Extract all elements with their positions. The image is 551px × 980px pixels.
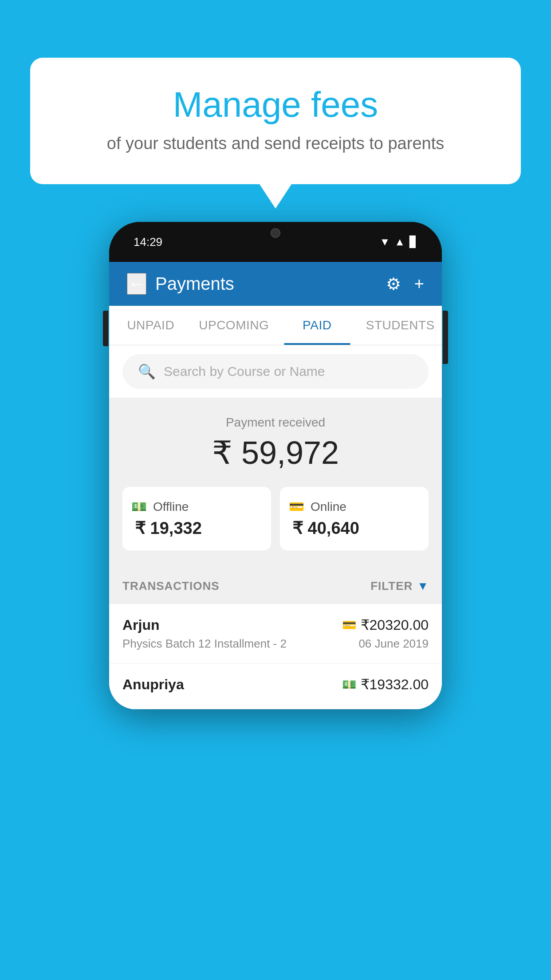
online-payment-card: 💳 Online ₹ 40,640: [280, 487, 429, 550]
transaction-amount-row-2: 💵 ₹19332.00: [342, 676, 429, 693]
tab-paid[interactable]: PAID: [276, 306, 359, 345]
payment-summary: Payment received ₹ 59,972 💵 Offline ₹ 19…: [109, 398, 442, 568]
student-name: Arjun: [122, 617, 160, 633]
header-title: Payments: [155, 274, 234, 294]
status-icons: ▼ ▲ ▊: [379, 236, 417, 248]
back-button[interactable]: ←: [127, 273, 146, 295]
transactions-header: TRANSACTIONS FILTER ▼: [109, 568, 442, 604]
phone-screen: ← Payments ⚙ + UNPAID UPCOMING PAID STUD…: [109, 262, 442, 709]
header-left: ← Payments: [127, 273, 234, 295]
transaction-row-top: Arjun 💳 ₹20320.00: [122, 616, 429, 633]
phone-side-btn-right: [443, 311, 448, 364]
phone-camera: [271, 228, 280, 238]
filter-icon: ▼: [417, 579, 429, 593]
course-info: Physics Batch 12 Installment - 2 06 June…: [122, 637, 429, 651]
status-time: 14:29: [134, 235, 162, 249]
transaction-row[interactable]: Arjun 💳 ₹20320.00 Physics Batch 12 Insta…: [109, 604, 442, 664]
transaction-date: 06 June 2019: [358, 637, 429, 651]
search-container: 🔍 Search by Course or Name: [109, 345, 442, 398]
transaction-row[interactable]: Anupriya 💵 ₹19332.00: [109, 664, 442, 709]
phone-notch: [240, 222, 311, 244]
speech-bubble-heading: Manage fees: [66, 84, 485, 125]
filter-label: FILTER: [370, 579, 413, 593]
status-bar: 14:29 ▼ ▲ ▊: [109, 222, 442, 262]
tabs-container: UNPAID UPCOMING PAID STUDENTS: [109, 306, 442, 345]
transactions-label: TRANSACTIONS: [122, 579, 220, 593]
payment-amount: ₹ 59,972: [122, 434, 429, 471]
online-payment-icon: 💳: [289, 499, 304, 514]
offline-amount: ₹ 19,332: [131, 518, 202, 538]
offline-payment-card: 💵 Offline ₹ 19,332: [122, 487, 271, 550]
search-placeholder-text: Search by Course or Name: [164, 364, 325, 379]
online-card-top: 💳 Online: [289, 499, 346, 514]
transaction-amount-row: 💳 ₹20320.00: [342, 616, 429, 633]
transaction-payment-icon-2: 💵: [342, 678, 356, 692]
add-button[interactable]: +: [414, 274, 424, 293]
search-bar[interactable]: 🔍 Search by Course or Name: [122, 354, 429, 389]
transaction-amount-2: ₹19332.00: [361, 676, 429, 693]
online-amount: ₹ 40,640: [289, 518, 359, 538]
signal-icon: ▲: [394, 236, 405, 248]
tab-students[interactable]: STUDENTS: [359, 306, 442, 345]
payment-received-label: Payment received: [122, 415, 429, 430]
transaction-payment-icon: 💳: [342, 618, 356, 632]
battery-icon: ▊: [409, 236, 417, 248]
transaction-row-top-2: Anupriya 💵 ₹19332.00: [122, 676, 429, 693]
tab-upcoming[interactable]: UPCOMING: [193, 306, 276, 345]
online-label: Online: [311, 500, 346, 514]
student-name-2: Anupriya: [122, 676, 184, 693]
app-header: ← Payments ⚙ +: [109, 262, 442, 306]
transaction-amount: ₹20320.00: [361, 616, 429, 633]
speech-bubble-subtitle: of your students and send receipts to pa…: [66, 134, 485, 153]
settings-button[interactable]: ⚙: [386, 274, 401, 294]
payment-cards: 💵 Offline ₹ 19,332 💳 Online ₹ 40,640: [122, 487, 429, 550]
phone-device: 14:29 ▼ ▲ ▊ ← Payments ⚙ + UNPAID: [109, 222, 442, 709]
offline-payment-icon: 💵: [131, 499, 147, 514]
phone-side-btn-left: [103, 311, 108, 346]
speech-bubble-container: Manage fees of your students and send re…: [30, 58, 521, 184]
course-name: Physics Batch 12 Installment - 2: [122, 637, 287, 651]
header-right: ⚙ +: [386, 274, 424, 294]
wifi-icon: ▼: [379, 236, 390, 248]
speech-bubble: Manage fees of your students and send re…: [30, 58, 521, 184]
offline-label: Offline: [153, 500, 189, 514]
search-icon: 🔍: [138, 363, 156, 380]
offline-card-top: 💵 Offline: [131, 499, 189, 514]
filter-area[interactable]: FILTER ▼: [370, 579, 429, 593]
tab-unpaid[interactable]: UNPAID: [109, 306, 193, 345]
